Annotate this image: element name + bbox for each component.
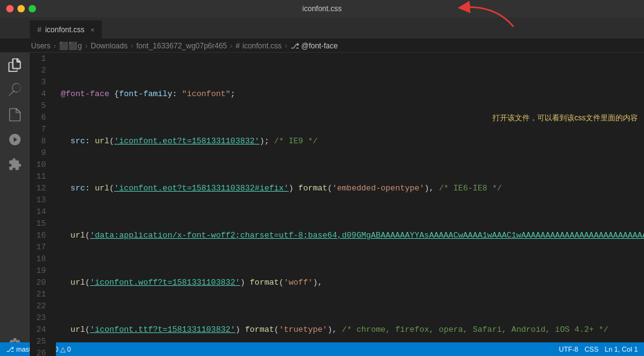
editor-area: 打开该文件，可以看到该css文件里面的内容 12345 678910 11121… [30,53,644,356]
debug-icon[interactable] [7,132,22,147]
files-icon[interactable] [7,58,22,73]
main-container: 打开该文件，可以看到该css文件里面的内容 12345 678910 11121… [0,53,644,356]
status-right: UTF-8 CSS Ln 1, Col 1 [559,345,638,353]
annotation-text: 打开该文件，可以看到该css文件里面的内容 [492,113,638,123]
breadcrumb: Users › ⬛⬛g › Downloads › font_1633672_w… [0,39,644,53]
code-lines: @font-face {font-family: "iconfont"; src… [56,53,644,356]
tab-iconfont-css[interactable]: # iconfont.css × [30,20,102,39]
status-encoding: UTF-8 [559,345,578,353]
code-line: @font-face {font-family: "iconfont"; [61,88,644,100]
activity-bar [0,53,30,356]
close-button[interactable] [6,5,14,12]
status-bar: ⎇ master ⚠ 0 △ 0 UTF-8 CSS Ln 1, Col 1 [0,342,644,356]
status-lang: CSS [584,345,599,353]
status-cursor: Ln 1, Col 1 [605,345,638,353]
tab-close-button[interactable]: × [91,27,94,33]
git-icon[interactable] [7,107,22,122]
window-controls[interactable] [6,5,36,12]
code-line: url('iconfont.ttf?t=1581331103832') form… [61,324,644,336]
search-icon[interactable] [7,82,22,97]
maximize-button[interactable] [29,5,36,12]
code-line: url('iconfont.woff?t=1581331103832') for… [61,277,644,288]
tab-label: iconfont.css [45,25,84,34]
tabs-bar: # iconfont.css × [0,17,644,39]
minimize-button[interactable] [17,5,25,12]
code-line: src: url('iconfont.eot?t=1581331103832#i… [61,182,644,194]
code-container[interactable]: 12345 678910 1112131415 1617181920 21222… [30,53,644,356]
code-line: url('data:application/x-font-woff2;chars… [61,229,644,241]
extensions-icon[interactable] [7,157,22,172]
title-bar: iconfont.css [0,0,644,17]
line-numbers: 12345 678910 1112131415 1617181920 21222… [30,53,56,356]
window-title: iconfont.css [302,4,342,13]
code-line: src: url('iconfont.eot?t=1581331103832')… [61,135,644,147]
tab-icon: # [37,25,42,34]
